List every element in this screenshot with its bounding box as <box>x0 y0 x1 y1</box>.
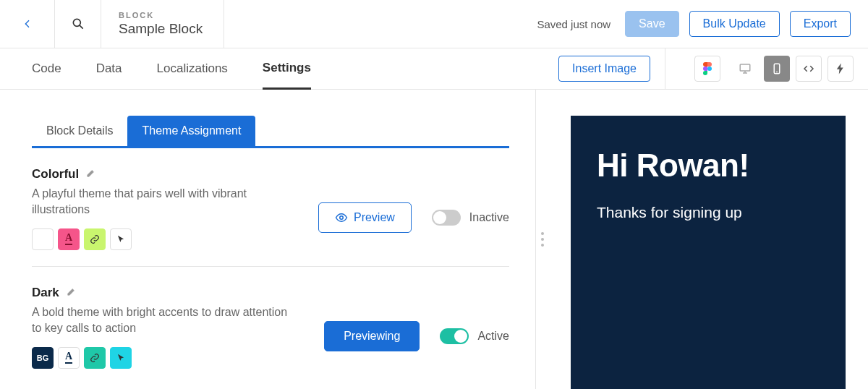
insert-image-button[interactable]: Insert Image <box>558 56 650 82</box>
preview-subheading: Thanks for signing up <box>597 204 820 221</box>
theme-description: A bold theme with bright accents to draw… <box>32 304 292 337</box>
theme-status-label: Inactive <box>469 211 509 224</box>
splitter-handle[interactable] <box>535 90 548 389</box>
bulk-update-button[interactable]: Bulk Update <box>689 11 780 37</box>
save-button[interactable]: Save <box>625 11 678 37</box>
cursor-icon <box>116 353 126 363</box>
tabs-row: Code Data Localizations Settings Insert … <box>0 48 868 90</box>
preview-heading: Hi Rowan! <box>597 148 820 184</box>
back-button[interactable] <box>0 0 55 48</box>
theme-description: A playful theme that pairs well with vib… <box>32 186 292 218</box>
tab-data[interactable]: Data <box>96 48 122 89</box>
page-title: Sample Block <box>119 21 206 37</box>
pencil-icon <box>86 168 96 178</box>
mobile-view-button[interactable] <box>764 56 790 82</box>
desktop-icon <box>739 62 752 75</box>
code-view-button[interactable] <box>796 56 822 82</box>
settings-pane: Block Details Theme Assignment Colorful … <box>0 90 535 389</box>
theme-active-toggle[interactable] <box>432 210 461 226</box>
swatch-cursor-color[interactable] <box>110 347 132 369</box>
swatch-background[interactable]: BG <box>32 347 54 369</box>
link-icon <box>90 353 100 363</box>
edit-theme-button[interactable] <box>67 286 77 299</box>
lightning-icon <box>834 62 847 75</box>
preview-button[interactable]: Preview <box>318 202 412 233</box>
text-color-icon: A <box>65 233 72 245</box>
theme-card: Colorful A playful theme that pairs well… <box>32 148 509 267</box>
figma-button[interactable] <box>694 56 720 82</box>
swatch-link-color[interactable] <box>84 228 106 250</box>
subtabs: Block Details Theme Assignment <box>32 116 509 148</box>
figma-icon <box>701 62 714 75</box>
svg-rect-3 <box>740 64 750 71</box>
eye-icon <box>335 211 348 224</box>
theme-name: Dark <box>32 286 59 300</box>
svg-point-2 <box>707 67 712 71</box>
swatch-text-color[interactable]: A <box>58 228 80 250</box>
theme-card: Dark A bold theme with bright accents to… <box>32 267 509 385</box>
title-eyebrow: BLOCK <box>119 11 206 20</box>
tab-code[interactable]: Code <box>32 48 61 89</box>
cursor-icon <box>116 234 126 244</box>
theme-name: Colorful <box>32 167 79 181</box>
swatch-text-color[interactable]: A <box>58 347 80 369</box>
swatch-link-color[interactable] <box>84 347 106 369</box>
preview-button-label: Previewing <box>344 330 400 343</box>
theme-status-label: Active <box>477 330 509 343</box>
swatch-background[interactable] <box>32 228 54 250</box>
preview-pane: Hi Rowan! Thanks for signing up <box>548 90 868 389</box>
svg-point-0 <box>73 19 80 26</box>
pencil-icon <box>67 286 77 296</box>
svg-point-8 <box>340 216 344 220</box>
theme-active-toggle[interactable] <box>440 328 469 344</box>
search-icon <box>71 17 85 31</box>
link-icon <box>90 234 100 244</box>
swatch-cursor-color[interactable] <box>110 228 132 250</box>
header: BLOCK Sample Block Saved just now Save B… <box>0 0 868 48</box>
edit-theme-button[interactable] <box>86 168 96 181</box>
lightning-button[interactable] <box>827 56 854 82</box>
tab-settings[interactable]: Settings <box>263 49 311 90</box>
mobile-icon <box>770 62 783 75</box>
text-color-icon: A <box>65 351 72 364</box>
device-preview: Hi Rowan! Thanks for signing up <box>571 116 846 389</box>
desktop-view-button[interactable] <box>732 56 758 82</box>
title-block: BLOCK Sample Block <box>101 0 224 48</box>
preview-button-label: Preview <box>354 211 395 224</box>
previewing-button[interactable]: Previewing <box>324 321 420 351</box>
svg-line-1 <box>80 25 83 29</box>
code-icon <box>802 62 815 75</box>
subtab-block-details[interactable]: Block Details <box>32 116 127 146</box>
search-button[interactable] <box>55 0 101 48</box>
saved-status: Saved just now <box>537 18 610 30</box>
chevron-left-icon <box>22 18 33 30</box>
subtab-theme-assignment[interactable]: Theme Assignment <box>127 116 255 146</box>
tab-localizations[interactable]: Localizations <box>157 48 228 89</box>
export-button[interactable]: Export <box>790 11 851 37</box>
